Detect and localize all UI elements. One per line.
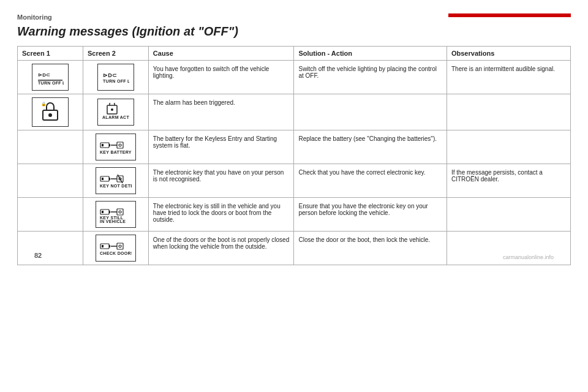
svg-text:⊳D⊂: ⊳D⊂ xyxy=(103,72,117,78)
svg-text:🔒: 🔒 xyxy=(41,101,47,107)
solution-cell: Replace the battery (see "Changing the b… xyxy=(294,130,447,164)
cause-cell: The electronic key that you have on your… xyxy=(148,164,294,198)
col-screen2: Screen 2 xyxy=(83,47,148,61)
svg-text:KEY BATTERY LOW: KEY BATTERY LOW xyxy=(100,150,132,154)
screen1-cell xyxy=(18,130,83,164)
table-row: CHECK DOORS One of the doors or the boot… xyxy=(18,232,571,265)
svg-rect-35 xyxy=(109,245,110,247)
top-accent-bar xyxy=(448,13,571,17)
svg-rect-30 xyxy=(117,209,123,215)
svg-text:IN VEHICLE: IN VEHICLE xyxy=(100,219,126,223)
screen2-cell: KEY BATTERY LOW xyxy=(83,130,148,164)
screen1-cell: ⊳D⊂ TURN OFF LIGHTS xyxy=(18,61,83,94)
warning-table: Screen 1 Screen 2 Cause Solution - Actio… xyxy=(17,46,571,265)
svg-rect-12 xyxy=(109,144,110,146)
screen1-cell: 🔒 xyxy=(18,94,83,130)
screen2-cell: KEY NOT DETECTED xyxy=(83,164,148,198)
table-row: KEY BATTERY LOW The battery for the Keyl… xyxy=(18,130,571,164)
screen1-cell xyxy=(18,164,83,198)
svg-point-6 xyxy=(48,113,52,117)
svg-text:KEY NOT DETECTED: KEY NOT DETECTED xyxy=(100,184,132,188)
screen1-cell xyxy=(18,198,83,232)
observation-cell: There is an intermittent audible signal. xyxy=(447,61,570,94)
page-title: Warning messages (Ignition at "OFF") xyxy=(17,24,571,39)
table-row: 🔒 ALARM ACTIVATING The alarm has been tr… xyxy=(18,94,571,130)
observation-cell xyxy=(447,198,570,232)
svg-point-39 xyxy=(119,245,121,247)
observation-cell: If the message persists, contact a CITRO… xyxy=(447,164,570,198)
svg-text:TURN OFF    LIGHTS: TURN OFF LIGHTS xyxy=(38,81,64,85)
solution-cell: Close the door or the boot, then lock th… xyxy=(294,232,447,265)
cause-cell: One of the doors or the boot is not prop… xyxy=(148,232,294,265)
screen2-cell: ⊳D⊂ TURN OFF LIGHTS xyxy=(83,61,148,94)
col-cause: Cause xyxy=(148,47,294,61)
solution-cell: Switch off the vehicle lighting by placi… xyxy=(294,61,447,94)
cause-cell: You have forgotten to switch off the veh… xyxy=(148,61,294,94)
svg-point-31 xyxy=(119,211,121,213)
screen2-cell: KEY STILL IN VEHICLE xyxy=(83,198,148,232)
cause-cell: The battery for the Keyless Entry and St… xyxy=(148,130,294,164)
svg-text:CHECK DOORS: CHECK DOORS xyxy=(100,251,132,255)
table-row: KEY NOT DETECTED The electronic key that… xyxy=(18,164,571,198)
svg-rect-20 xyxy=(102,178,104,180)
screen2-cell: CHECK DOORS xyxy=(83,232,148,265)
cause-cell: The alarm has been triggered. xyxy=(148,94,294,130)
page-number: 82 xyxy=(34,252,42,259)
solution-cell: Ensure that you have the electronic key … xyxy=(294,198,447,232)
svg-text:ALARM ACTIVATING: ALARM ACTIVATING xyxy=(102,115,129,119)
svg-point-16 xyxy=(119,144,121,146)
svg-rect-36 xyxy=(102,245,104,247)
svg-point-9 xyxy=(111,108,113,111)
svg-rect-38 xyxy=(117,243,123,249)
screen2-cell: ALARM ACTIVATING xyxy=(83,94,148,130)
svg-rect-13 xyxy=(102,144,104,146)
svg-rect-28 xyxy=(102,211,104,213)
svg-text:⊳D⊂: ⊳D⊂ xyxy=(38,72,51,78)
cause-cell: The electronic key is still in the vehic… xyxy=(148,198,294,232)
svg-rect-19 xyxy=(109,178,110,180)
observation-cell xyxy=(447,130,570,164)
col-screen1: Screen 1 xyxy=(18,47,83,61)
table-row: KEY STILL IN VEHICLE The electronic key … xyxy=(18,198,571,232)
solution-cell xyxy=(294,94,447,130)
col-solution: Solution - Action xyxy=(294,47,447,61)
solution-cell: Check that you have the correct electron… xyxy=(294,164,447,198)
observation-cell xyxy=(447,94,570,130)
svg-rect-27 xyxy=(109,211,110,213)
svg-rect-15 xyxy=(117,142,123,148)
screen1-cell xyxy=(18,232,83,265)
table-row: ⊳D⊂ TURN OFF LIGHTS ⊳D⊂ TURN OFF LIGHTS … xyxy=(18,61,571,94)
watermark: carmanualonline.info xyxy=(503,254,554,260)
svg-text:TURN OFF LIGHTS: TURN OFF LIGHTS xyxy=(103,79,129,83)
col-obs: Observations xyxy=(447,47,570,61)
